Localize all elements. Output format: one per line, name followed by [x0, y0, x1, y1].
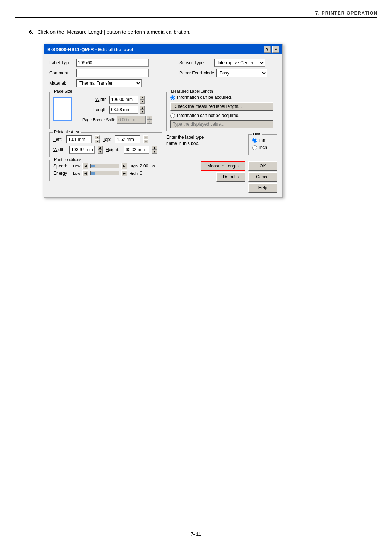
- energy-label: Energy:: [53, 171, 71, 176]
- speed-track[interactable]: [90, 164, 119, 168]
- help-button[interactable]: Help: [248, 183, 277, 193]
- energy-left-btn[interactable]: ◀: [82, 170, 88, 176]
- left-up-btn[interactable]: ▲: [95, 135, 100, 139]
- border-shift-down-btn: ▼: [147, 120, 152, 124]
- dialog-body: Label Type: Comment: Material: Thermal T…: [44, 54, 282, 197]
- radio-acquired[interactable]: [170, 95, 175, 100]
- radio2-row: Information can not be acquired.: [170, 113, 273, 118]
- length-input[interactable]: [109, 106, 138, 114]
- defaults-button[interactable]: Defaults: [216, 172, 245, 182]
- unit-mm-label: mm: [259, 138, 266, 143]
- width-label: Width:: [75, 97, 108, 102]
- sensor-type-row: Sensor Type Interruptive Center: [179, 59, 277, 67]
- speed-label: Speed:: [53, 163, 71, 169]
- width-input[interactable]: [109, 96, 138, 104]
- height-down-btn[interactable]: ▼: [152, 150, 157, 154]
- width-up-btn[interactable]: ▲: [140, 96, 145, 100]
- left-down-btn[interactable]: ▼: [95, 139, 100, 143]
- label-type-row: Label Type:: [49, 59, 179, 67]
- pa-width-input[interactable]: [69, 146, 95, 154]
- close-icon-btn[interactable]: ✕: [272, 46, 279, 53]
- material-label: Material:: [49, 81, 74, 86]
- printable-row1: Left: ▲ ▼ Top: ▲ ▼: [53, 135, 158, 143]
- top-input[interactable]: [115, 135, 140, 143]
- width-spinner: ▲ ▼: [140, 96, 145, 104]
- sensor-type-label: Sensor Type: [179, 60, 212, 65]
- material-select[interactable]: Thermal Transfer: [76, 79, 142, 87]
- header-line: [15, 17, 377, 18]
- paper-feed-select[interactable]: Easy: [216, 69, 267, 77]
- dialog-title: B-SX600-HS11-QM-R - Edit of the label: [47, 47, 133, 52]
- radio1-label: Information can be acquired.: [177, 95, 232, 100]
- pa-width-down-btn[interactable]: ▼: [98, 150, 103, 154]
- page-preview: [53, 97, 72, 121]
- length-down-btn[interactable]: ▼: [140, 110, 145, 114]
- pa-width-spinner: ▲ ▼: [98, 146, 103, 154]
- label-type-label: Label Type:: [49, 60, 74, 65]
- step-text: 6. Click on the [Measure Length] button …: [29, 29, 191, 35]
- comment-input[interactable]: [76, 69, 149, 77]
- top-down-btn[interactable]: ▼: [143, 139, 148, 143]
- speed-row: Speed: Low ◀ ▶ High 2.00 ips: [53, 163, 158, 169]
- radio-not-acquired[interactable]: [170, 113, 175, 118]
- ok-button[interactable]: OK: [248, 161, 277, 171]
- left-label: Left:: [53, 137, 64, 142]
- enter-label-area: Enter the label typename in this box.: [166, 134, 245, 158]
- border-shift-input: [117, 116, 146, 124]
- step-description: Click on the [Measure Length] button to …: [37, 29, 191, 35]
- label-type-input[interactable]: [76, 59, 149, 67]
- help-icon-btn[interactable]: ?: [264, 46, 271, 53]
- height-up-btn[interactable]: ▲: [152, 146, 157, 150]
- unit-title: Unit: [252, 132, 262, 136]
- dialog-titlebar: B-SX600-HS11-QM-R - Edit of the label ? …: [44, 44, 282, 54]
- left-spinner: ▲ ▼: [95, 135, 100, 143]
- check-measured-btn[interactable]: Check the measured label length...: [170, 102, 273, 111]
- height-spinner: ▲ ▼: [152, 146, 157, 154]
- height-input[interactable]: [124, 146, 149, 154]
- left-column: Page Size Width: ▲ ▼: [49, 92, 162, 193]
- comment-row: Comment:: [49, 69, 179, 77]
- right-top-fields: Sensor Type Interruptive Center Paper Fe…: [179, 59, 277, 89]
- unit-mm-row: mm: [252, 138, 273, 143]
- measure-length-button[interactable]: Measure Length: [201, 161, 245, 171]
- radio2-label: Information can not be acquired.: [177, 113, 240, 118]
- sensor-type-select[interactable]: Interruptive Center: [214, 59, 265, 67]
- pa-width-up-btn[interactable]: ▲: [98, 146, 103, 150]
- speed-fill: [91, 165, 95, 167]
- radio-inch[interactable]: [252, 145, 257, 150]
- btn-row3: Help: [248, 183, 277, 193]
- left-top-fields: Label Type: Comment: Material: Thermal T…: [49, 59, 179, 89]
- unit-inch-row: inch: [252, 145, 273, 150]
- material-row: Material: Thermal Transfer: [49, 79, 179, 87]
- width-down-btn[interactable]: ▼: [140, 100, 145, 104]
- height-label: Height:: [106, 147, 121, 152]
- energy-high: High: [129, 171, 138, 175]
- border-shift-row: Page Border Shift: ▲ ▼: [75, 116, 152, 124]
- page-size-inner: Width: ▲ ▼ Length:: [53, 96, 158, 126]
- main-content: Page Size Width: ▲ ▼: [49, 92, 277, 193]
- cancel-button[interactable]: Cancel: [248, 172, 277, 182]
- length-label: Length:: [75, 107, 108, 112]
- radio-mm[interactable]: [252, 138, 257, 143]
- radio1-row: Information can be acquired.: [170, 95, 273, 100]
- energy-track[interactable]: [90, 171, 119, 175]
- border-shift-up-btn: ▲: [147, 116, 152, 120]
- top-spinner: ▲ ▼: [143, 135, 148, 143]
- enter-label-text: Enter the label typename in this box.: [166, 134, 245, 147]
- speed-right-btn[interactable]: ▶: [121, 163, 127, 169]
- page-size-group: Page Size Width: ▲ ▼: [49, 92, 162, 129]
- speed-left-btn[interactable]: ◀: [82, 163, 88, 169]
- titlebar-buttons: ? ✕: [264, 46, 279, 53]
- energy-row: Energy: Low ◀ ▶ High 6: [53, 170, 158, 176]
- speed-low: Low: [73, 164, 80, 168]
- length-up-btn[interactable]: ▲: [140, 106, 145, 110]
- energy-right-btn[interactable]: ▶: [121, 170, 127, 176]
- page-number: 7- 11: [191, 531, 201, 537]
- label-unit-area: Enter the label typename in this box. Un…: [166, 134, 277, 158]
- page-header: 7. PRINTER OPERATION: [315, 10, 377, 16]
- right-column: Measured Label Length Information can be…: [166, 92, 277, 193]
- top-up-btn[interactable]: ▲: [143, 135, 148, 139]
- printable-area-title: Printable Area: [53, 130, 81, 134]
- left-input[interactable]: [66, 135, 92, 143]
- energy-fill: [91, 172, 95, 175]
